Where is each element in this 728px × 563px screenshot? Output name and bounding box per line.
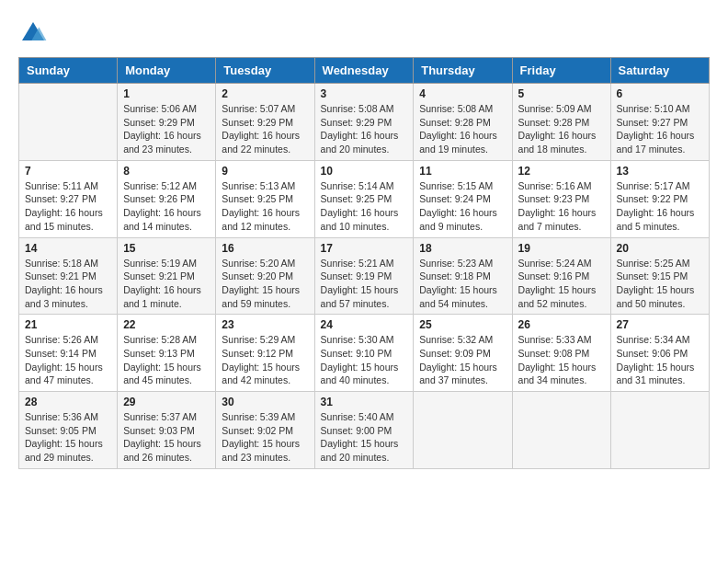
- calendar-cell: 30Sunrise: 5:39 AM Sunset: 9:02 PM Dayli…: [216, 392, 314, 469]
- calendar-cell: 28Sunrise: 5:36 AM Sunset: 9:05 PM Dayli…: [19, 392, 118, 469]
- day-number: 2: [222, 87, 308, 100]
- logo-icon: [18, 18, 48, 48]
- header: [18, 18, 710, 48]
- day-info: Sunrise: 5:18 AM Sunset: 9:21 PM Dayligh…: [25, 257, 111, 311]
- calendar-cell: 22Sunrise: 5:28 AM Sunset: 9:13 PM Dayli…: [118, 315, 216, 392]
- day-info: Sunrise: 5:37 AM Sunset: 9:03 PM Dayligh…: [123, 410, 210, 465]
- day-number: 22: [123, 318, 210, 331]
- day-info: Sunrise: 5:08 AM Sunset: 9:28 PM Dayligh…: [419, 102, 506, 156]
- day-number: 13: [617, 165, 703, 178]
- day-info: Sunrise: 5:19 AM Sunset: 9:21 PM Dayligh…: [123, 257, 210, 311]
- day-number: 19: [518, 242, 605, 255]
- header-saturday: Saturday: [610, 58, 709, 84]
- day-info: Sunrise: 5:24 AM Sunset: 9:16 PM Dayligh…: [518, 257, 605, 311]
- header-sunday: Sunday: [19, 58, 118, 84]
- calendar-cell: 3Sunrise: 5:08 AM Sunset: 9:29 PM Daylig…: [314, 84, 414, 161]
- calendar-cell: [19, 84, 118, 161]
- calendar-cell: 25Sunrise: 5:32 AM Sunset: 9:09 PM Dayli…: [414, 315, 512, 392]
- header-thursday: Thursday: [414, 58, 512, 84]
- calendar-cell: 27Sunrise: 5:34 AM Sunset: 9:06 PM Dayli…: [610, 315, 709, 392]
- calendar-cell: 23Sunrise: 5:29 AM Sunset: 9:12 PM Dayli…: [216, 315, 314, 392]
- day-number: 21: [25, 318, 111, 331]
- day-number: 30: [222, 396, 308, 408]
- day-number: 1: [123, 87, 210, 100]
- calendar-cell: 18Sunrise: 5:23 AM Sunset: 9:18 PM Dayli…: [414, 237, 512, 315]
- day-number: 29: [123, 396, 210, 408]
- calendar-cell: 31Sunrise: 5:40 AM Sunset: 9:00 PM Dayli…: [314, 392, 414, 469]
- day-number: 10: [321, 165, 408, 178]
- day-info: Sunrise: 5:13 AM Sunset: 9:25 PM Dayligh…: [222, 179, 308, 234]
- day-number: 8: [123, 165, 210, 178]
- day-info: Sunrise: 5:09 AM Sunset: 9:28 PM Dayligh…: [518, 102, 605, 156]
- day-number: 6: [617, 87, 703, 100]
- day-number: 24: [321, 318, 408, 331]
- day-number: 28: [25, 396, 111, 408]
- calendar-cell: 2Sunrise: 5:07 AM Sunset: 9:29 PM Daylig…: [216, 84, 314, 161]
- calendar-cell: 13Sunrise: 5:17 AM Sunset: 9:22 PM Dayli…: [610, 160, 709, 237]
- day-number: 12: [518, 165, 605, 178]
- day-info: Sunrise: 5:34 AM Sunset: 9:06 PM Dayligh…: [617, 333, 703, 387]
- day-number: 9: [222, 165, 308, 178]
- calendar-header-row: SundayMondayTuesdayWednesdayThursdayFrid…: [19, 58, 710, 84]
- day-number: 4: [419, 87, 506, 100]
- calendar-table: SundayMondayTuesdayWednesdayThursdayFrid…: [18, 57, 710, 469]
- day-info: Sunrise: 5:08 AM Sunset: 9:29 PM Dayligh…: [321, 102, 408, 156]
- day-info: Sunrise: 5:21 AM Sunset: 9:19 PM Dayligh…: [321, 257, 408, 311]
- day-info: Sunrise: 5:29 AM Sunset: 9:12 PM Dayligh…: [222, 333, 308, 387]
- day-info: Sunrise: 5:30 AM Sunset: 9:10 PM Dayligh…: [321, 333, 408, 387]
- calendar-cell: 21Sunrise: 5:26 AM Sunset: 9:14 PM Dayli…: [19, 315, 118, 392]
- calendar-cell: 15Sunrise: 5:19 AM Sunset: 9:21 PM Dayli…: [118, 237, 216, 315]
- calendar-cell: 4Sunrise: 5:08 AM Sunset: 9:28 PM Daylig…: [414, 84, 512, 161]
- day-number: 27: [617, 318, 703, 331]
- day-number: 14: [25, 242, 111, 255]
- day-number: 11: [419, 165, 506, 178]
- day-number: 31: [321, 396, 408, 408]
- day-number: 15: [123, 242, 210, 255]
- day-number: 5: [518, 87, 605, 100]
- day-number: 7: [25, 165, 111, 178]
- calendar-cell: 7Sunrise: 5:11 AM Sunset: 9:27 PM Daylig…: [19, 160, 118, 237]
- header-tuesday: Tuesday: [216, 58, 314, 84]
- day-info: Sunrise: 5:39 AM Sunset: 9:02 PM Dayligh…: [222, 410, 308, 465]
- calendar-cell: 20Sunrise: 5:25 AM Sunset: 9:15 PM Dayli…: [610, 237, 709, 315]
- calendar-cell: 26Sunrise: 5:33 AM Sunset: 9:08 PM Dayli…: [512, 315, 610, 392]
- calendar-cell: 29Sunrise: 5:37 AM Sunset: 9:03 PM Dayli…: [118, 392, 216, 469]
- day-info: Sunrise: 5:33 AM Sunset: 9:08 PM Dayligh…: [518, 333, 605, 387]
- day-info: Sunrise: 5:06 AM Sunset: 9:29 PM Dayligh…: [123, 102, 210, 156]
- calendar-cell: [610, 392, 709, 469]
- calendar-cell: 16Sunrise: 5:20 AM Sunset: 9:20 PM Dayli…: [216, 237, 314, 315]
- day-number: 23: [222, 318, 308, 331]
- header-wednesday: Wednesday: [314, 58, 414, 84]
- day-info: Sunrise: 5:36 AM Sunset: 9:05 PM Dayligh…: [25, 410, 111, 465]
- day-number: 16: [222, 242, 308, 255]
- calendar-cell: 5Sunrise: 5:09 AM Sunset: 9:28 PM Daylig…: [512, 84, 610, 161]
- calendar-cell: [512, 392, 610, 469]
- calendar-cell: 8Sunrise: 5:12 AM Sunset: 9:26 PM Daylig…: [118, 160, 216, 237]
- day-info: Sunrise: 5:15 AM Sunset: 9:24 PM Dayligh…: [419, 179, 506, 234]
- day-info: Sunrise: 5:20 AM Sunset: 9:20 PM Dayligh…: [222, 257, 308, 311]
- calendar-week-1: 7Sunrise: 5:11 AM Sunset: 9:27 PM Daylig…: [19, 160, 710, 237]
- calendar-cell: 14Sunrise: 5:18 AM Sunset: 9:21 PM Dayli…: [19, 237, 118, 315]
- calendar-cell: 9Sunrise: 5:13 AM Sunset: 9:25 PM Daylig…: [216, 160, 314, 237]
- calendar-cell: [414, 392, 512, 469]
- day-info: Sunrise: 5:16 AM Sunset: 9:23 PM Dayligh…: [518, 179, 605, 234]
- day-info: Sunrise: 5:40 AM Sunset: 9:00 PM Dayligh…: [321, 410, 408, 465]
- calendar-week-0: 1Sunrise: 5:06 AM Sunset: 9:29 PM Daylig…: [19, 84, 710, 161]
- day-info: Sunrise: 5:11 AM Sunset: 9:27 PM Dayligh…: [25, 179, 111, 234]
- header-monday: Monday: [118, 58, 216, 84]
- day-info: Sunrise: 5:12 AM Sunset: 9:26 PM Dayligh…: [123, 179, 210, 234]
- calendar-cell: 6Sunrise: 5:10 AM Sunset: 9:27 PM Daylig…: [610, 84, 709, 161]
- day-info: Sunrise: 5:10 AM Sunset: 9:27 PM Dayligh…: [617, 102, 703, 156]
- day-info: Sunrise: 5:26 AM Sunset: 9:14 PM Dayligh…: [25, 333, 111, 387]
- calendar-cell: 17Sunrise: 5:21 AM Sunset: 9:19 PM Dayli…: [314, 237, 414, 315]
- day-number: 18: [419, 242, 506, 255]
- calendar-cell: 1Sunrise: 5:06 AM Sunset: 9:29 PM Daylig…: [118, 84, 216, 161]
- day-info: Sunrise: 5:32 AM Sunset: 9:09 PM Dayligh…: [419, 333, 506, 387]
- calendar-week-3: 21Sunrise: 5:26 AM Sunset: 9:14 PM Dayli…: [19, 315, 710, 392]
- calendar-cell: 11Sunrise: 5:15 AM Sunset: 9:24 PM Dayli…: [414, 160, 512, 237]
- calendar-week-2: 14Sunrise: 5:18 AM Sunset: 9:21 PM Dayli…: [19, 237, 710, 315]
- calendar-cell: 10Sunrise: 5:14 AM Sunset: 9:25 PM Dayli…: [314, 160, 414, 237]
- calendar-cell: 24Sunrise: 5:30 AM Sunset: 9:10 PM Dayli…: [314, 315, 414, 392]
- day-info: Sunrise: 5:07 AM Sunset: 9:29 PM Dayligh…: [222, 102, 308, 156]
- day-number: 3: [321, 87, 408, 100]
